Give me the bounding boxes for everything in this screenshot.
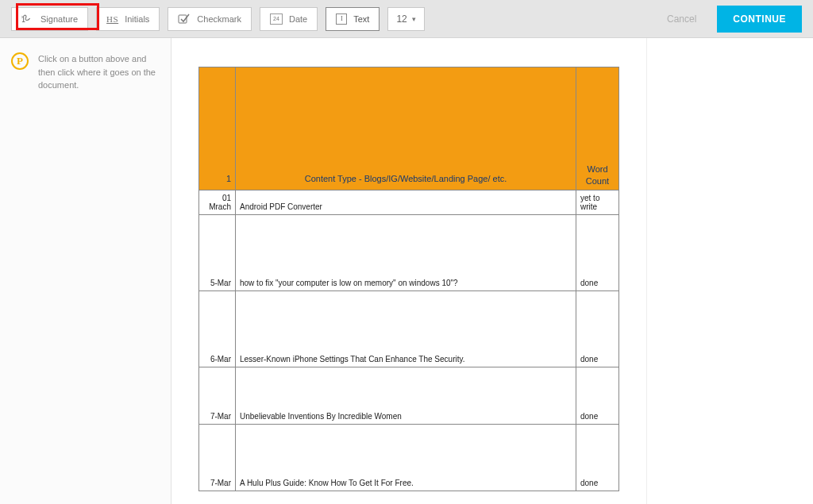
cancel-button[interactable]: Cancel xyxy=(667,13,696,25)
toolbar: x Signature HS Initials Checkmark 24 Dat… xyxy=(0,0,813,38)
cell-content: how to fix "your computer is low on memo… xyxy=(236,215,576,291)
table-row: 01 Mrach Android PDF Converter yet to wr… xyxy=(199,190,619,215)
font-size-value: 12 xyxy=(396,13,406,25)
cell-content: Lesser-Known iPhone Settings That Can En… xyxy=(236,291,576,367)
checkmark-label: Checkmark xyxy=(197,14,241,24)
signature-label: Signature xyxy=(40,14,78,24)
cell-status: done xyxy=(576,291,619,367)
col-header-index: 1 xyxy=(199,67,236,190)
cell-status: done xyxy=(576,425,619,491)
cell-date: 01 Mrach xyxy=(199,190,236,215)
checkmark-icon xyxy=(178,13,191,25)
document-viewport[interactable]: 1 Content Type - Blogs/IG/Website/Landin… xyxy=(171,38,646,504)
cell-date: 5-Mar xyxy=(199,215,236,291)
continue-button[interactable]: CONTINUE xyxy=(717,6,802,33)
content-table: 1 Content Type - Blogs/IG/Website/Landin… xyxy=(198,67,619,491)
cell-date: 7-Mar xyxy=(199,367,236,425)
table-row: 7-Mar A Hulu Plus Guide: Know How To Get… xyxy=(199,425,619,491)
date-button[interactable]: 24 Date xyxy=(260,7,318,31)
signature-button[interactable]: x Signature xyxy=(11,7,88,31)
cell-date: 6-Mar xyxy=(199,291,236,367)
cell-status: done xyxy=(576,367,619,425)
font-size-select[interactable]: 12 ▾ xyxy=(387,7,424,31)
hint-badge-icon: P xyxy=(11,52,29,70)
signature-icon: x xyxy=(21,13,34,25)
initials-button[interactable]: HS Initials xyxy=(96,7,160,31)
hint-panel: P Click on a button above and then click… xyxy=(11,52,160,92)
cell-status: yet to write xyxy=(576,190,619,215)
table-row: 6-Mar Lesser-Known iPhone Settings That … xyxy=(199,291,619,367)
chevron-down-icon: ▾ xyxy=(412,15,416,23)
table-head: 1 Content Type - Blogs/IG/Website/Landin… xyxy=(199,67,619,190)
col-header-wordcount: Word Count xyxy=(576,67,619,190)
calendar-icon: 24 xyxy=(270,13,283,25)
table-row: 7-Mar Unbelievable Inventions By Incredi… xyxy=(199,367,619,425)
initials-label: Initials xyxy=(125,14,149,24)
sidebar: P Click on a button above and then click… xyxy=(0,38,171,504)
table-row: 5-Mar how to fix "your computer is low o… xyxy=(199,215,619,291)
text-button[interactable]: I Text xyxy=(326,7,380,31)
cell-content: Android PDF Converter xyxy=(236,190,576,215)
document-page[interactable]: 1 Content Type - Blogs/IG/Website/Landin… xyxy=(198,67,619,475)
cell-status: done xyxy=(576,215,619,291)
cell-content: Unbelievable Inventions By Incredible Wo… xyxy=(236,367,576,425)
text-label: Text xyxy=(353,14,369,24)
table-body: 01 Mrach Android PDF Converter yet to wr… xyxy=(199,190,619,491)
content-area: P Click on a button above and then click… xyxy=(0,38,813,504)
initials-icon: HS xyxy=(106,14,118,24)
checkmark-button[interactable]: Checkmark xyxy=(168,7,252,31)
col-header-content: Content Type - Blogs/IG/Website/Landing … xyxy=(236,67,576,190)
text-icon: I xyxy=(336,13,347,25)
date-label: Date xyxy=(289,14,307,24)
right-panel xyxy=(646,38,813,504)
svg-text:x: x xyxy=(21,14,24,19)
cell-content: A Hulu Plus Guide: Know How To Get It Fo… xyxy=(236,425,576,491)
hint-text: Click on a button above and then click w… xyxy=(38,52,160,92)
cell-date: 7-Mar xyxy=(199,425,236,491)
